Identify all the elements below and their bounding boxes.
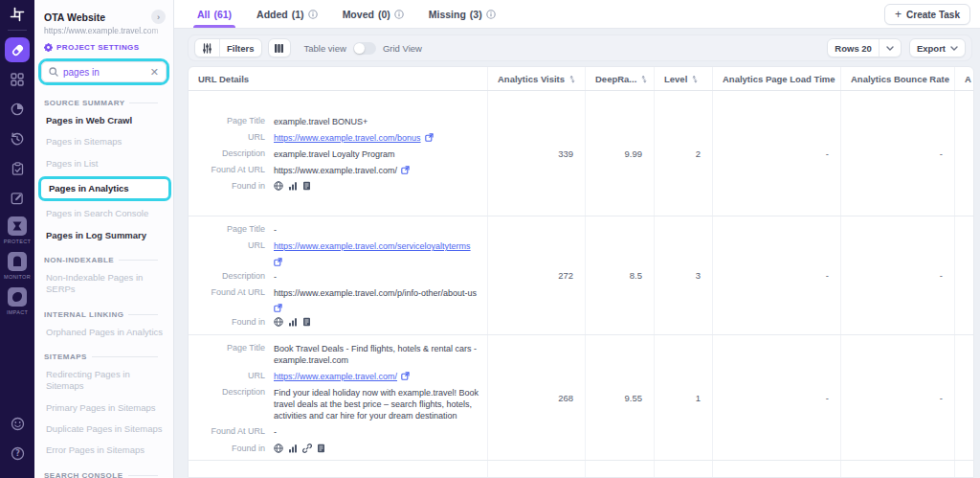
url-link[interactable]: https://www.example.travel.com/	[274, 371, 397, 382]
monitor-nav[interactable]: MONITOR	[4, 251, 31, 283]
external-link-icon[interactable]	[274, 258, 282, 266]
sidebar-item-pages-in-search-console[interactable]: Pages in Search Console	[34, 203, 173, 224]
external-link-icon[interactable]	[274, 304, 282, 312]
sort-icon[interactable]	[568, 75, 575, 83]
grid-view-label: Grid View	[383, 43, 422, 54]
table-row	[189, 461, 973, 478]
info-icon[interactable]	[308, 10, 318, 19]
column-header-analytics-visits[interactable]: Analytics Visits	[488, 67, 586, 90]
detail-value: -	[274, 224, 277, 236]
column-header-level[interactable]: Level	[655, 67, 713, 90]
tab-label: Added	[256, 9, 288, 20]
sidebar-item-redirecting-pages-in-sitemaps[interactable]: Redirecting Pages in Sitemaps	[34, 364, 173, 398]
icon-rail: PROTECT MONITOR IMPACT ?	[0, 0, 34, 478]
sidebar-item-error-pages-in-sitemaps[interactable]: Error Pages in Sitemaps	[34, 440, 173, 461]
impact-nav[interactable]: IMPACT	[7, 286, 28, 318]
analyze-icon[interactable]	[5, 37, 30, 62]
help-icon[interactable]: ?	[5, 441, 30, 466]
sidebar-section-sitemaps: SITEMAPSRedirecting Pages in SitemapsPri…	[34, 345, 173, 464]
tab-all[interactable]: All(61)	[197, 0, 232, 28]
url-link[interactable]: https://www.example.travel.com/servicelo…	[274, 240, 471, 252]
web-crawl-icon[interactable]	[274, 317, 283, 327]
link-icon[interactable]	[302, 444, 312, 453]
sidebar-search[interactable]: ✕	[41, 61, 167, 82]
table-header-row: URL DetailsAnalytics VisitsDeepRa...Leve…	[189, 67, 973, 91]
sidebar-item-duplicate-pages-in-sitemaps[interactable]: Duplicate Pages in Sitemaps	[34, 419, 173, 440]
sidebar-item-pages-in-sitemaps[interactable]: Pages in Sitemaps	[34, 131, 173, 152]
sidebar-section-title: SOURCE SUMMARY	[34, 93, 173, 110]
clear-search-icon[interactable]: ✕	[150, 67, 159, 78]
web-crawl-icon[interactable]	[274, 444, 283, 453]
cell-a	[955, 216, 974, 334]
pie-chart-icon[interactable]	[5, 97, 30, 122]
cell-analytics-visits: 272	[488, 216, 586, 334]
edit-square-icon[interactable]	[5, 186, 30, 211]
sidebar-item-pages-in-list[interactable]: Pages in List	[34, 153, 173, 174]
column-header-deepra[interactable]: DeepRa...	[586, 67, 655, 90]
log-icon[interactable]	[317, 444, 325, 453]
filters-label: Filters	[219, 39, 261, 57]
cell-analytics-bounce-rate: -	[841, 335, 955, 460]
history-icon[interactable]	[5, 126, 30, 151]
log-icon[interactable]	[302, 317, 311, 327]
apps-grid-icon[interactable]	[5, 67, 30, 92]
sidebar-item-non-indexable-pages-in-serps[interactable]: Non-Indexable Pages in SERPs	[34, 267, 173, 301]
project-expand-button[interactable]: ›	[151, 10, 166, 24]
column-header-analytics-page-load-time[interactable]: Analytics Page Load Time	[713, 67, 841, 90]
detail-value: https://www.example.travel.com/	[274, 165, 397, 176]
tab-label: Missing	[429, 9, 466, 20]
analytics-icon[interactable]	[288, 317, 298, 327]
export-chevron-icon	[950, 46, 958, 51]
detail-label-url: URL	[196, 240, 265, 265]
external-link-icon[interactable]	[401, 372, 410, 380]
tab-moved[interactable]: Moved(0)	[343, 0, 404, 28]
columns-button[interactable]	[268, 38, 291, 57]
clipboard-icon[interactable]	[5, 156, 30, 181]
project-settings-link[interactable]: PROJECT SETTINGS	[34, 35, 173, 52]
cell-deepra: 9.99	[586, 91, 655, 216]
tab-added[interactable]: Added(1)	[256, 0, 318, 28]
filters-button[interactable]: Filters	[194, 38, 262, 57]
column-header-analytics-bounce-rate[interactable]: Analytics Bounce Rate	[841, 67, 955, 90]
detail-label-found-in: Found in	[196, 317, 265, 327]
detail-label-found-in: Found in	[196, 181, 265, 191]
column-header-url-details: URL Details	[189, 67, 488, 90]
feedback-smiley-icon[interactable]	[5, 411, 30, 436]
sidebar-item-pages-in-log-summary[interactable]: Pages in Log Summary	[34, 225, 173, 246]
columns-icon	[274, 43, 284, 54]
sort-icon[interactable]	[691, 75, 698, 83]
app-window: PROTECT MONITOR IMPACT ? OTA Website › h…	[0, 0, 980, 478]
analytics-icon[interactable]	[288, 444, 298, 453]
tab-missing[interactable]: Missing(3)	[429, 0, 496, 28]
protect-nav[interactable]: PROTECT	[4, 216, 31, 247]
view-toggle-switch[interactable]	[353, 42, 376, 55]
external-link-icon[interactable]	[425, 133, 434, 142]
sidebar-item-pages-in-web-crawl[interactable]: Pages in Web Crawl	[34, 110, 173, 131]
info-icon[interactable]	[486, 10, 496, 19]
create-task-button[interactable]: + Create Task	[884, 4, 970, 25]
sidebar-item-orphaned-pages-in-analytics[interactable]: Orphaned Pages in Analytics	[34, 322, 173, 343]
web-crawl-icon[interactable]	[274, 181, 283, 191]
detail-label-page-title: Page Title	[196, 116, 265, 127]
lumar-logo-icon[interactable]	[10, 7, 25, 22]
detail-label-description: Description	[196, 148, 265, 160]
cell-level: 3	[655, 216, 713, 334]
monitor-label: MONITOR	[4, 274, 31, 280]
rows-per-page-button[interactable]: Rows 20	[827, 38, 902, 57]
tab-bar: All(61)Added(1)Moved(0)Missing(3) + Crea…	[174, 0, 980, 29]
external-link-icon[interactable]	[401, 166, 410, 174]
log-icon[interactable]	[302, 181, 311, 191]
info-icon[interactable]	[394, 10, 404, 19]
sidebar-item-pages-in-analytics[interactable]: Pages in Analytics	[38, 176, 171, 201]
url-details-cell: Page Title-URLhttps://www.example.travel…	[189, 216, 488, 334]
search-input[interactable]	[63, 67, 145, 78]
sort-icon[interactable]	[640, 75, 647, 83]
url-link[interactable]: https://www.example.travel.com/bonus	[274, 132, 421, 144]
column-label: URL Details	[198, 74, 249, 84]
analytics-icon[interactable]	[288, 181, 298, 191]
found-in-icons	[274, 444, 479, 453]
tab-count: (1)	[292, 9, 304, 20]
detail-label-found-in: Found in	[196, 444, 265, 453]
sidebar-item-primary-pages-in-sitemaps[interactable]: Primary Pages in Sitemaps	[34, 398, 173, 419]
export-button[interactable]: Export	[909, 38, 966, 57]
